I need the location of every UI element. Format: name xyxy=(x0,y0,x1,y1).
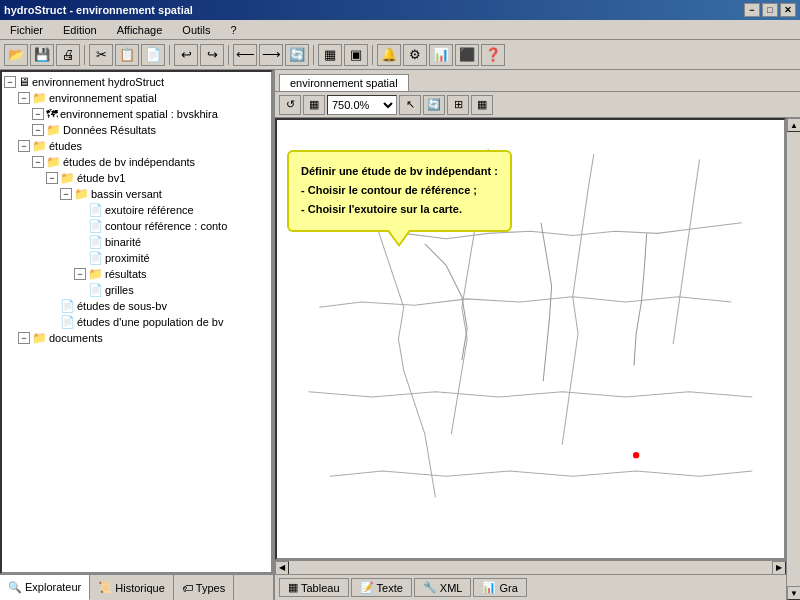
tree-expand-btn[interactable]: − xyxy=(4,76,16,88)
tree-node[interactable]: −🖥environnement hydroStruct xyxy=(4,74,269,90)
bottom-tab-tableau[interactable]: ▦ Tableau xyxy=(279,578,349,597)
tree-node-label: documents xyxy=(49,332,103,344)
toolbar-table[interactable]: ▣ xyxy=(344,44,368,66)
toolbar-sep-2 xyxy=(169,45,170,65)
tree-expand-btn[interactable]: − xyxy=(18,140,30,152)
toolbar-chart[interactable]: 📊 xyxy=(429,44,453,66)
toolbar-open[interactable]: 📂 xyxy=(4,44,28,66)
right-tab-env[interactable]: environnement spatial xyxy=(279,74,409,91)
main-toolbar: 📂 💾 🖨 ✂ 📋 📄 ↩ ↪ ⟵ ⟶ 🔄 ▦ ▣ 🔔 ⚙ 📊 ⬛ ❓ xyxy=(0,40,800,70)
toolbar-back[interactable]: ⟵ xyxy=(233,44,257,66)
tab-explorateur[interactable]: 🔍 Explorateur xyxy=(0,575,90,600)
toolbar-print[interactable]: 🖨 xyxy=(56,44,80,66)
history-icon: 📜 xyxy=(98,581,112,594)
tree-node-label: environnement spatial : bvskhira xyxy=(60,108,218,120)
scroll-up-btn[interactable]: ▲ xyxy=(787,118,800,132)
canvas-btn-refresh[interactable]: ↺ xyxy=(279,95,301,115)
tree-expand-btn[interactable]: − xyxy=(46,172,58,184)
left-panel: −🖥environnement hydroStruct−📁environneme… xyxy=(0,70,275,600)
tab-types[interactable]: 🏷 Types xyxy=(174,575,234,600)
toolbar-sep-4 xyxy=(313,45,314,65)
tree-node[interactable]: 📄proximité xyxy=(4,250,269,266)
tree-node[interactable]: −📁études xyxy=(4,138,269,154)
toolbar-copy[interactable]: 📋 xyxy=(115,44,139,66)
canvas-btn-arrow[interactable]: ↖ xyxy=(399,95,421,115)
tree-node[interactable]: −🗺environnement spatial : bvskhira xyxy=(4,106,269,122)
toolbar-square[interactable]: ⬛ xyxy=(455,44,479,66)
scroll-left-btn[interactable]: ◀ xyxy=(275,561,289,575)
bottom-tab-xml[interactable]: 🔧 XML xyxy=(414,578,472,597)
menu-affichage[interactable]: Affichage xyxy=(111,22,169,38)
close-button[interactable]: ✕ xyxy=(780,3,796,17)
toolbar-forward[interactable]: ⟶ xyxy=(259,44,283,66)
tree-expand-btn[interactable]: − xyxy=(74,268,86,280)
menu-fichier[interactable]: Fichier xyxy=(4,22,49,38)
toolbar-settings[interactable]: ⚙ xyxy=(403,44,427,66)
canvas-toolbar: ↺ ▦ 750.0% 100.0% 200.0% 400.0% 1000.0% … xyxy=(275,92,800,118)
app-title: hydroStruct - environnement spatial xyxy=(4,4,193,16)
menu-outils[interactable]: Outils xyxy=(176,22,216,38)
toolbar-undo[interactable]: ↩ xyxy=(174,44,198,66)
tree-node[interactable]: −📁Données Résultats xyxy=(4,122,269,138)
gra-icon: 📊 xyxy=(482,581,496,594)
tree-node[interactable]: −📁études de bv indépendants xyxy=(4,154,269,170)
toolbar-save[interactable]: 💾 xyxy=(30,44,54,66)
callout-text: Définir une étude de bv indépendant :- C… xyxy=(301,165,498,215)
scroll-right-btn[interactable]: ▶ xyxy=(772,561,786,575)
tree-expand-btn[interactable]: − xyxy=(18,92,30,104)
tree-node-label: grilles xyxy=(105,284,134,296)
tree-node[interactable]: −📁bassin versant xyxy=(4,186,269,202)
toolbar-redo[interactable]: ↪ xyxy=(200,44,224,66)
tree-node-label: Données Résultats xyxy=(63,124,156,136)
right-panel: environnement spatial ↺ ▦ 750.0% 100.0% … xyxy=(275,70,800,600)
svg-point-1 xyxy=(633,452,639,458)
tab-historique[interactable]: 📜 Historique xyxy=(90,575,174,600)
menu-edition[interactable]: Edition xyxy=(57,22,103,38)
toolbar-grid[interactable]: ▦ xyxy=(318,44,342,66)
callout-tooltip: Définir une étude de bv indépendant :- C… xyxy=(287,150,512,232)
menu-help[interactable]: ? xyxy=(224,22,242,38)
toolbar-help[interactable]: ❓ xyxy=(481,44,505,66)
tree-node[interactable]: 📄études d'une population de bv xyxy=(4,314,269,330)
tree-node-label: contour référence : conto xyxy=(105,220,227,232)
tree-node-label: bassin versant xyxy=(91,188,162,200)
maximize-button[interactable]: □ xyxy=(762,3,778,17)
tree-expand-btn[interactable]: − xyxy=(32,108,44,120)
tree-node[interactable]: 📄grilles xyxy=(4,282,269,298)
tree-node[interactable]: −📁documents xyxy=(4,330,269,346)
toolbar-paste[interactable]: 📄 xyxy=(141,44,165,66)
tree-node[interactable]: 📄exutoire référence xyxy=(4,202,269,218)
types-icon: 🏷 xyxy=(182,582,193,594)
canvas-btn-table[interactable]: ▦ xyxy=(471,95,493,115)
tree-node[interactable]: −📁étude bv1 xyxy=(4,170,269,186)
scroll-down-btn[interactable]: ▼ xyxy=(787,586,800,600)
toolbar-sep-5 xyxy=(372,45,373,65)
canvas-btn-rotate[interactable]: 🔄 xyxy=(423,95,445,115)
tree-expand-btn[interactable]: − xyxy=(18,332,30,344)
tree-node[interactable]: 📄binarité xyxy=(4,234,269,250)
tree-node[interactable]: 📄contour référence : conto xyxy=(4,218,269,234)
tree-node[interactable]: 📄études de sous-bv xyxy=(4,298,269,314)
bottom-tab-gra[interactable]: 📊 Gra xyxy=(473,578,526,597)
tab-historique-label: Historique xyxy=(115,582,165,594)
toolbar-alert[interactable]: 🔔 xyxy=(377,44,401,66)
toolbar-cut[interactable]: ✂ xyxy=(89,44,113,66)
tree-expand-btn[interactable]: − xyxy=(32,156,44,168)
tree-node[interactable]: −📁résultats xyxy=(4,266,269,282)
tree-node-icon: 📁 xyxy=(32,91,47,105)
toolbar-refresh[interactable]: 🔄 xyxy=(285,44,309,66)
bottom-tab-texte[interactable]: 📝 Texte xyxy=(351,578,412,597)
minimize-button[interactable]: − xyxy=(744,3,760,17)
canvas-btn-zoom-fit[interactable]: ⊞ xyxy=(447,95,469,115)
tree-view[interactable]: −🖥environnement hydroStruct−📁environneme… xyxy=(0,70,273,574)
canvas-btn-select[interactable]: ▦ xyxy=(303,95,325,115)
zoom-select[interactable]: 750.0% 100.0% 200.0% 400.0% 1000.0% xyxy=(327,95,397,115)
tab-types-label: Types xyxy=(196,582,225,594)
scroll-track-h[interactable] xyxy=(289,561,772,574)
tree-expand-btn[interactable]: − xyxy=(32,124,44,136)
right-tab-bar: environnement spatial xyxy=(275,70,800,92)
tree-expand-btn[interactable]: − xyxy=(60,188,72,200)
scroll-track-v[interactable] xyxy=(787,132,800,586)
tree-node[interactable]: −📁environnement spatial xyxy=(4,90,269,106)
canvas-area[interactable]: Définir une étude de bv indépendant :- C… xyxy=(275,118,786,560)
